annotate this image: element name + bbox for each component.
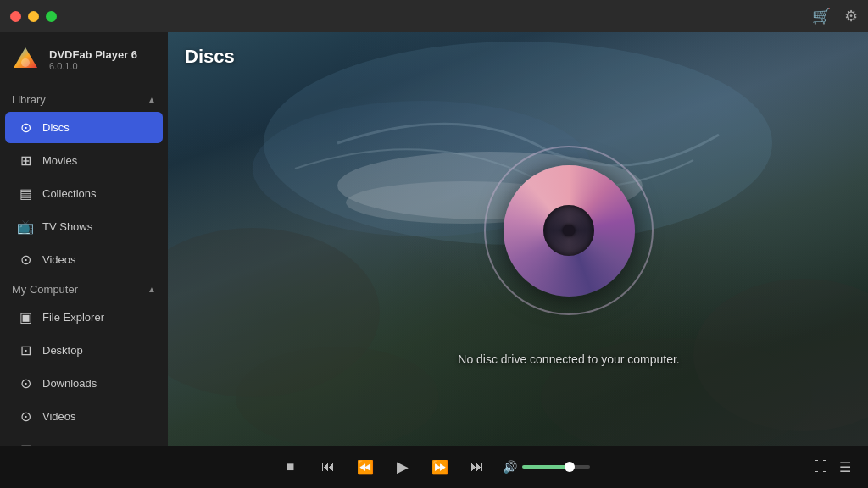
player-bar: ■ ⏮ ⏪ ▶ ⏩ ⏭ 🔊 ⛶ ☰	[0, 446, 868, 488]
cart-icon[interactable]: 🛒	[812, 7, 831, 25]
prev-button[interactable]: ⏮	[316, 455, 340, 479]
movies-icon: ⊞	[17, 152, 34, 169]
sidebar-item-movies-label: Movies	[42, 154, 77, 167]
list-view-icon[interactable]: ☰	[839, 459, 851, 475]
sidebar-item-downloads-label: Downloads	[42, 377, 97, 390]
desktop-icon: ⊡	[17, 342, 34, 358]
content-area: Discs No disc drive connected to your co…	[168, 32, 868, 446]
fullscreen-icon[interactable]: ⛶	[814, 459, 827, 474]
stop-button[interactable]: ■	[279, 455, 303, 479]
sidebar-item-disk-image[interactable]: ⊡ Disk Image	[5, 434, 163, 446]
minimize-button[interactable]	[28, 11, 39, 22]
downloads-icon: ⊙	[17, 375, 34, 391]
library-chevron-icon: ▲	[147, 95, 156, 104]
sidebar-item-tvshows[interactable]: 📺 TV Shows	[5, 211, 163, 242]
disc-visual	[504, 165, 635, 297]
maximize-button[interactable]	[46, 11, 57, 22]
title-bar: 🛒 ⚙	[0, 0, 868, 32]
svg-point-1	[21, 58, 30, 67]
mycomputer-section-header[interactable]: My Computer ▲	[0, 276, 168, 301]
collections-icon: ▤	[17, 186, 34, 202]
sidebar: DVDFab Player 6 6.0.1.0 Library ▲ ⊙ Disc…	[0, 32, 168, 446]
traffic-lights	[10, 11, 57, 22]
volume-group: 🔊	[503, 460, 590, 474]
sidebar-item-desktop[interactable]: ⊡ Desktop	[5, 335, 163, 366]
mycomputer-section-label: My Computer	[12, 283, 78, 296]
app-title: DVDFab Player 6 6.0.1.0	[49, 48, 137, 71]
title-bar-right: 🛒 ⚙	[812, 7, 858, 25]
sidebar-item-videos-computer[interactable]: ⊙ Videos	[5, 401, 163, 432]
volume-slider[interactable]	[522, 465, 590, 469]
player-right-controls: ⛶ ☰	[814, 459, 851, 475]
disc-outer-ring	[484, 146, 654, 315]
fast-forward-button[interactable]: ⏩	[428, 455, 452, 479]
disc-container: No disc drive connected to your computer…	[484, 146, 654, 315]
close-button[interactable]	[10, 11, 21, 22]
sidebar-item-desktop-label: Desktop	[42, 344, 83, 357]
sidebar-item-movies[interactable]: ⊞ Movies	[5, 145, 163, 176]
library-section-header[interactable]: Library ▲	[0, 86, 168, 111]
sidebar-item-videos-library[interactable]: ⊙ Videos	[5, 244, 163, 275]
main-layout: DVDFab Player 6 6.0.1.0 Library ▲ ⊙ Disc…	[0, 32, 868, 446]
sidebar-item-videos-library-label: Videos	[42, 253, 76, 266]
sidebar-item-file-explorer[interactable]: ▣ File Explorer	[5, 302, 163, 333]
no-disc-drive-message: No disc drive connected to your computer…	[458, 352, 679, 366]
library-section-label: Library	[12, 93, 46, 106]
tvshows-icon: 📺	[17, 219, 34, 235]
volume-icon: 🔊	[503, 460, 517, 474]
file-explorer-icon: ▣	[17, 309, 34, 325]
mycomputer-chevron-icon: ▲	[147, 285, 156, 294]
sidebar-item-tvshows-label: TV Shows	[42, 220, 92, 233]
sidebar-item-collections-label: Collections	[42, 187, 97, 200]
svg-point-9	[236, 347, 439, 446]
play-button[interactable]: ▶	[391, 455, 415, 479]
content-title: Discs	[185, 46, 235, 67]
disc-icon: ⊙	[17, 119, 34, 136]
videos-computer-icon: ⊙	[17, 408, 34, 424]
sidebar-item-file-explorer-label: File Explorer	[42, 311, 104, 324]
next-button[interactable]: ⏭	[465, 455, 489, 479]
app-name: DVDFab Player 6	[49, 48, 137, 61]
sidebar-item-discs-label: Discs	[42, 121, 70, 134]
content-header: Discs	[185, 46, 235, 68]
rewind-button[interactable]: ⏪	[353, 455, 377, 479]
settings-icon[interactable]: ⚙	[844, 7, 858, 25]
sidebar-item-collections[interactable]: ▤ Collections	[5, 178, 163, 209]
app-version: 6.0.1.0	[49, 61, 137, 71]
app-logo	[10, 44, 41, 75]
sidebar-item-discs[interactable]: ⊙ Discs	[5, 112, 163, 143]
volume-thumb	[565, 462, 575, 472]
videos-library-icon: ⊙	[17, 252, 34, 268]
app-header: DVDFab Player 6 6.0.1.0	[0, 32, 168, 86]
sidebar-item-downloads[interactable]: ⊙ Downloads	[5, 368, 163, 399]
sidebar-item-videos-computer-label: Videos	[42, 410, 76, 423]
